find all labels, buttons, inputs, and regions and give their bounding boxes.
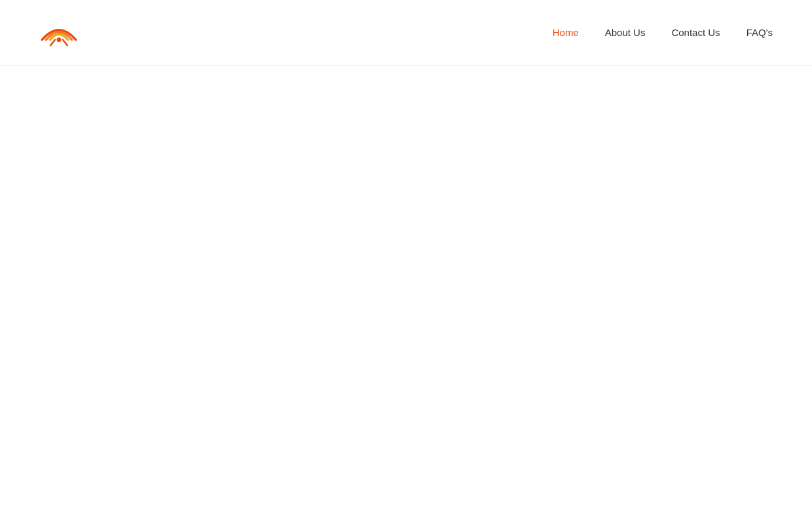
nav-item-contact[interactable]: Contact Us bbox=[671, 24, 720, 41]
logo-icon bbox=[39, 16, 79, 49]
nav-item-faq[interactable]: FAQ's bbox=[747, 24, 773, 41]
logo-area bbox=[39, 16, 79, 49]
svg-point-0 bbox=[57, 37, 62, 42]
nav-item-about[interactable]: About Us bbox=[605, 24, 646, 41]
svg-line-1 bbox=[50, 39, 55, 45]
main-content bbox=[0, 66, 812, 523]
svg-line-2 bbox=[63, 39, 67, 45]
main-nav: Home About Us Contact Us FAQ's bbox=[553, 24, 773, 41]
nav-item-home[interactable]: Home bbox=[553, 24, 579, 41]
site-header: Home About Us Contact Us FAQ's bbox=[0, 0, 812, 66]
